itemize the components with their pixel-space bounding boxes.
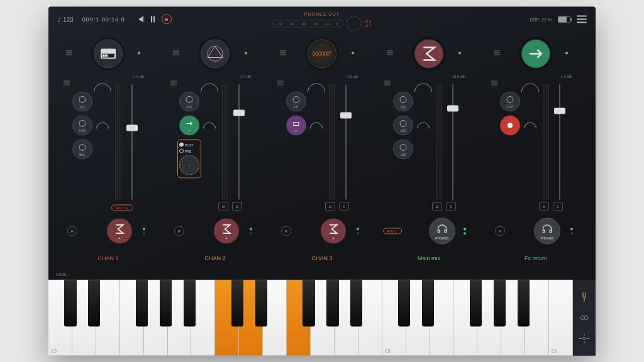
- fader-thumb[interactable]: [554, 107, 565, 114]
- mute-toggle[interactable]: M: [325, 202, 335, 211]
- list-icon[interactable]: [64, 81, 70, 85]
- pause-button[interactable]: [149, 16, 157, 23]
- fx-node[interactable]: EQ: [72, 92, 92, 112]
- list-icon[interactable]: [173, 51, 179, 55]
- fx-node[interactable]: M/S: [393, 116, 413, 136]
- channel-label[interactable]: CHAN 2: [162, 255, 269, 268]
- fx-node[interactable]: CLIP: [500, 92, 520, 112]
- channel-label[interactable]: Main mix: [375, 255, 482, 268]
- fx-node[interactable]: SAT: [179, 92, 199, 112]
- solo-toggle[interactable]: S: [446, 202, 456, 211]
- output-bus[interactable]: A: [214, 219, 239, 244]
- chord-icon[interactable]: [579, 312, 589, 322]
- rec-circle[interactable]: R: [281, 226, 291, 236]
- tuning-fork-icon[interactable]: [579, 292, 589, 302]
- fx-node[interactable]: LIM: [393, 140, 413, 160]
- menu-icon[interactable]: [577, 16, 587, 23]
- rec-circle[interactable]: R: [495, 226, 505, 236]
- fx-node[interactable]: [500, 116, 520, 136]
- black-key[interactable]: [494, 280, 506, 327]
- pan-knob[interactable]: [518, 80, 543, 105]
- source-node[interactable]: [521, 40, 550, 69]
- black-key[interactable]: [136, 280, 148, 327]
- source-node[interactable]: [414, 40, 443, 69]
- list-icon[interactable]: [387, 51, 393, 55]
- pan-knob[interactable]: [90, 80, 115, 105]
- fader[interactable]: [340, 85, 352, 200]
- hide-keyboard-toggle[interactable]: HIDE ↓: [56, 272, 70, 277]
- black-key[interactable]: [231, 280, 243, 327]
- black-key[interactable]: [518, 280, 530, 327]
- fader[interactable]: [447, 85, 458, 200]
- source-node[interactable]: [201, 40, 230, 69]
- fader[interactable]: [233, 85, 245, 200]
- fx-node[interactable]: LP: [286, 92, 306, 112]
- send-knob[interactable]: [521, 119, 539, 137]
- scale-icon[interactable]: [579, 334, 589, 344]
- mute-button[interactable]: MUTE: [111, 205, 133, 211]
- fader[interactable]: [126, 85, 138, 200]
- channel-label[interactable]: Fx return: [482, 255, 589, 268]
- black-key[interactable]: [470, 280, 482, 327]
- mute-toggle[interactable]: M: [539, 202, 549, 211]
- output-bus[interactable]: A: [107, 219, 132, 244]
- rec-circle[interactable]: R: [67, 226, 77, 236]
- black-key[interactable]: [303, 280, 314, 327]
- output-phones[interactable]: PHONES: [429, 218, 455, 244]
- mute-toggle[interactable]: M: [432, 202, 442, 211]
- solo-toggle[interactable]: S: [553, 202, 563, 211]
- fader-thumb[interactable]: [447, 105, 458, 111]
- pan-knob[interactable]: [304, 80, 329, 105]
- channel-label[interactable]: CHAN 3: [269, 255, 375, 268]
- list-icon[interactable]: [170, 81, 177, 85]
- solo-toggle[interactable]: S: [232, 202, 242, 211]
- fader-thumb[interactable]: [340, 112, 352, 118]
- pan-knob[interactable]: [411, 80, 436, 105]
- svg-point-9: [186, 96, 192, 102]
- fx-node[interactable]: PAR: [72, 116, 92, 136]
- peak-knob[interactable]: [346, 16, 361, 31]
- pan-knob[interactable]: [197, 80, 222, 105]
- fx-node[interactable]: BAL: [72, 140, 92, 160]
- send-knob[interactable]: [94, 119, 111, 137]
- list-icon[interactable]: [494, 51, 500, 55]
- channel-label[interactable]: CHAN 1: [55, 255, 162, 268]
- source-node[interactable]: [94, 40, 123, 69]
- source-node[interactable]: [308, 40, 336, 69]
- send-knob[interactable]: [308, 119, 325, 137]
- black-key[interactable]: [422, 280, 434, 327]
- output-phones[interactable]: PHONES: [534, 218, 560, 244]
- black-key[interactable]: [160, 280, 172, 327]
- output-bus[interactable]: A: [321, 219, 346, 244]
- black-key[interactable]: [326, 280, 338, 327]
- black-key[interactable]: [398, 280, 410, 327]
- black-key[interactable]: [350, 280, 362, 327]
- rec-circle[interactable]: R: [174, 226, 184, 236]
- mute-toggle[interactable]: M: [218, 202, 228, 211]
- list-icon[interactable]: [280, 51, 286, 55]
- record-button[interactable]: [162, 14, 172, 25]
- rec-arm-button[interactable]: REC: [383, 228, 402, 234]
- tempo-display[interactable]: ♩ 120: [57, 16, 74, 23]
- list-icon[interactable]: [491, 81, 497, 85]
- fx-node[interactable]: D: [179, 116, 199, 136]
- black-key[interactable]: [64, 280, 76, 327]
- black-key[interactable]: [88, 280, 100, 327]
- fader-thumb[interactable]: [233, 110, 245, 116]
- fader-thumb[interactable]: [126, 125, 138, 131]
- fx-node[interactable]: EQ: [393, 92, 413, 112]
- rewind-button[interactable]: [136, 16, 144, 23]
- send-knob[interactable]: [201, 119, 218, 137]
- list-icon[interactable]: [66, 51, 72, 55]
- send-slot[interactable]: POST PRE +: [177, 140, 201, 178]
- fx-node[interactable]: H: [286, 116, 306, 136]
- black-key[interactable]: [184, 280, 196, 327]
- black-key[interactable]: [255, 280, 267, 327]
- list-icon[interactable]: [384, 81, 391, 85]
- fader[interactable]: [554, 85, 565, 200]
- list-icon[interactable]: [277, 81, 284, 85]
- solo-toggle[interactable]: S: [339, 202, 349, 211]
- send-knob[interactable]: [414, 119, 432, 137]
- white-key[interactable]: C6: [549, 280, 573, 356]
- add-send-button[interactable]: +: [179, 155, 199, 175]
